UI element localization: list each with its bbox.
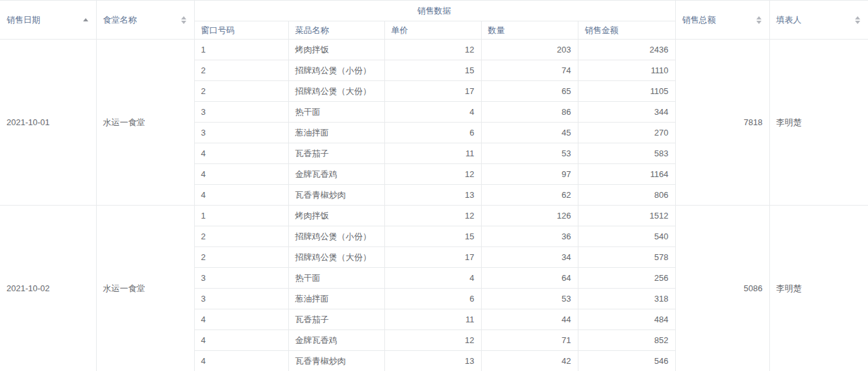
window-number-cell: 3 <box>194 268 288 289</box>
sales-amount-cell: 484 <box>578 309 675 330</box>
column-header-quantity: 数量 <box>481 21 578 40</box>
unit-price-cell: 12 <box>384 40 481 60</box>
quantity-cell: 62 <box>481 185 578 206</box>
unit-price-cell: 15 <box>384 226 481 247</box>
unit-price-cell: 11 <box>384 143 481 164</box>
window-number-cell: 2 <box>194 81 288 102</box>
dish-name-cell: 烤肉拌饭 <box>288 206 384 226</box>
sales-amount-cell: 318 <box>578 289 675 309</box>
dish-name-cell: 招牌鸡公煲（大份） <box>288 247 384 268</box>
quantity-cell: 86 <box>481 102 578 123</box>
window-number-cell: 4 <box>194 351 288 371</box>
window-number-cell: 2 <box>194 247 288 268</box>
dish-name-cell: 烤肉拌饭 <box>288 40 384 60</box>
sales-amount-cell: 2436 <box>578 40 675 60</box>
sales-amount-cell: 270 <box>578 123 675 143</box>
dish-name-cell: 热干面 <box>288 268 384 289</box>
sales-amount-cell: 583 <box>578 143 675 164</box>
sales-amount-cell: 852 <box>578 330 675 351</box>
unit-price-cell: 13 <box>384 351 481 371</box>
sales-total-cell: 5086 <box>675 206 769 371</box>
window-number-cell: 4 <box>194 309 288 330</box>
sales-amount-cell: 578 <box>578 247 675 268</box>
column-header-sales-total[interactable]: 销售总额 <box>675 1 769 40</box>
quantity-cell: 36 <box>481 226 578 247</box>
window-number-cell: 4 <box>194 330 288 351</box>
sale-date-cell: 2021-10-01 <box>0 40 96 206</box>
sort-icon[interactable] <box>855 16 860 24</box>
table-header: 销售日期 食堂名称 销售数据 销售总额 <box>0 1 868 40</box>
canteen-name-cell: 水运一食堂 <box>96 40 194 206</box>
quantity-cell: 65 <box>481 81 578 102</box>
column-header-window-number: 窗口号码 <box>194 21 288 40</box>
sales-total-header-label: 销售总额 <box>682 14 716 26</box>
sales-amount-cell: 1164 <box>578 164 675 185</box>
sales-amount-header-label: 销售金额 <box>585 25 619 36</box>
quantity-header-label: 数量 <box>488 25 505 36</box>
form-filler-header-label: 填表人 <box>776 14 802 26</box>
canteen-name-cell: 水运一食堂 <box>96 206 194 371</box>
unit-price-cell: 6 <box>384 289 481 309</box>
sale-date-cell: 2021-10-02 <box>0 206 96 371</box>
quantity-cell: 71 <box>481 330 578 351</box>
sales-data-group-label: 销售数据 <box>417 5 451 17</box>
unit-price-cell: 12 <box>384 330 481 351</box>
dish-name-cell: 瓦香茄子 <box>288 143 384 164</box>
dish-name-header-label: 菜品名称 <box>295 25 329 36</box>
unit-price-cell: 4 <box>384 268 481 289</box>
unit-price-header-label: 单价 <box>391 25 408 36</box>
dish-name-cell: 招牌鸡公煲（小份） <box>288 226 384 247</box>
window-number-cell: 4 <box>194 185 288 206</box>
sales-amount-cell: 344 <box>578 102 675 123</box>
window-number-cell: 3 <box>194 102 288 123</box>
canteen-name-header-label: 食堂名称 <box>103 14 137 26</box>
form-filler-cell: 李明楚 <box>769 40 868 206</box>
window-number-cell: 2 <box>194 226 288 247</box>
table-row: 2021-10-02水运一食堂1烤肉拌饭1212615125086李明楚 <box>0 206 868 226</box>
column-header-canteen-name[interactable]: 食堂名称 <box>96 1 194 40</box>
window-number-cell: 3 <box>194 123 288 143</box>
column-header-sales-amount: 销售金额 <box>578 21 675 40</box>
window-number-cell: 1 <box>194 40 288 60</box>
sales-amount-cell: 806 <box>578 185 675 206</box>
dish-name-cell: 招牌鸡公煲（小份） <box>288 60 384 81</box>
sales-amount-cell: 1512 <box>578 206 675 226</box>
unit-price-cell: 17 <box>384 247 481 268</box>
sale-date-header-label: 销售日期 <box>6 14 40 26</box>
window-number-cell: 4 <box>194 143 288 164</box>
window-number-header-label: 窗口号码 <box>201 25 235 36</box>
unit-price-cell: 11 <box>384 309 481 330</box>
quantity-cell: 34 <box>481 247 578 268</box>
sales-total-cell: 7818 <box>675 40 769 206</box>
quantity-cell: 42 <box>481 351 578 371</box>
sales-amount-cell: 1105 <box>578 81 675 102</box>
unit-price-cell: 17 <box>384 81 481 102</box>
dish-name-cell: 金牌瓦香鸡 <box>288 330 384 351</box>
sales-amount-cell: 256 <box>578 268 675 289</box>
window-number-cell: 4 <box>194 164 288 185</box>
dish-name-cell: 热干面 <box>288 102 384 123</box>
dish-name-cell: 瓦香茄子 <box>288 309 384 330</box>
sort-icon[interactable] <box>756 16 762 24</box>
form-filler-cell: 李明楚 <box>769 206 868 371</box>
dish-name-cell: 葱油拌面 <box>288 123 384 143</box>
quantity-cell: 53 <box>481 143 578 164</box>
unit-price-cell: 15 <box>384 60 481 81</box>
sort-icon[interactable] <box>181 16 186 24</box>
dish-name-cell: 招牌鸡公煲（大份） <box>288 81 384 102</box>
sales-amount-cell: 540 <box>578 226 675 247</box>
quantity-cell: 126 <box>481 206 578 226</box>
sort-ascending-icon[interactable] <box>83 18 88 21</box>
column-header-dish-name: 菜品名称 <box>288 21 384 40</box>
quantity-cell: 64 <box>481 268 578 289</box>
column-header-sale-date[interactable]: 销售日期 <box>0 1 96 40</box>
table-row: 2021-10-01水运一食堂1烤肉拌饭1220324367818李明楚 <box>0 40 868 60</box>
canteen-sales-table: 销售日期 食堂名称 销售数据 销售总额 <box>0 0 868 371</box>
sales-amount-cell: 546 <box>578 351 675 371</box>
unit-price-cell: 13 <box>384 185 481 206</box>
window-number-cell: 1 <box>194 206 288 226</box>
dish-name-cell: 瓦香青椒炒肉 <box>288 185 384 206</box>
column-header-form-filler[interactable]: 填表人 <box>769 1 868 40</box>
column-header-unit-price: 单价 <box>384 21 481 40</box>
unit-price-cell: 12 <box>384 164 481 185</box>
